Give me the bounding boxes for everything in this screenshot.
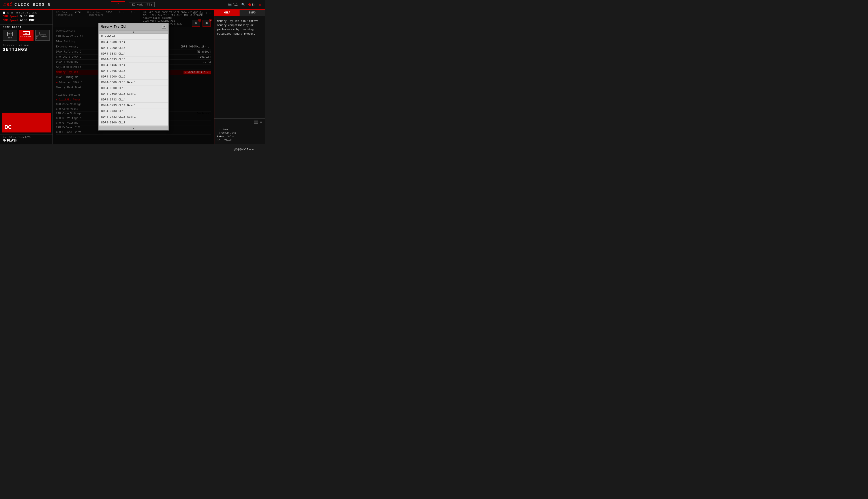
watermark: 知乎@Wallace bbox=[234, 147, 254, 151]
help-nav: ↑↓: Move —: Group Jump Enter: Select +/-… bbox=[214, 126, 265, 144]
modal-list[interactable]: Disabled DDR4-3200 CL14 DDR4-3200 CL15 D… bbox=[99, 34, 168, 126]
cpu-icon: CPU bbox=[7, 32, 13, 36]
cpu-speed-row: CPU Speed 3.60 GHz bbox=[3, 15, 50, 18]
list-item-4[interactable]: DDR4-3466 CL14 bbox=[99, 62, 168, 68]
msi-logo: msi bbox=[3, 2, 12, 8]
settings-title: SETTINGS bbox=[3, 47, 50, 52]
list-item-3[interactable]: DDR4-3333 CL15 bbox=[99, 57, 168, 62]
right-panel: HELP INFO Memory Try It! can improve mem… bbox=[214, 10, 265, 144]
list-item-6[interactable]: DDR4-3600 CL15 bbox=[99, 74, 168, 80]
settings-section: Motherboard settings SETTINGS bbox=[0, 42, 52, 111]
top-bar: msi CLICK BIOS 5 EZ Mode (F7) 📷 F12 🔍 En… bbox=[0, 0, 265, 10]
tab-info[interactable]: INFO bbox=[240, 10, 265, 16]
top-center: EZ Mode (F7) bbox=[111, 1, 168, 8]
scroll-up-button[interactable]: ▲ bbox=[99, 30, 168, 34]
oc-label: OC bbox=[4, 124, 12, 131]
search-button[interactable]: 🔍 bbox=[241, 3, 245, 7]
list-item-13[interactable]: DDR4-3733 CL16 Gear1 bbox=[99, 114, 168, 120]
nav-jump: —: Group Jump bbox=[217, 132, 262, 134]
bios-title: CLICK BIOS 5 bbox=[15, 2, 51, 7]
modal-overlay: Memory Try It! ✕ ▲ Disabled DDR4-3200 CL… bbox=[53, 10, 214, 144]
tab-help[interactable]: HELP bbox=[214, 10, 240, 16]
xmp1-boost-button[interactable]: ▦▦ XMP Profile 1 bbox=[19, 30, 34, 41]
ddr-speed-value: 4000 MHz bbox=[20, 19, 35, 22]
memory-icon: ▦▦ bbox=[23, 31, 30, 35]
nav-select: Enter: Select bbox=[217, 135, 262, 138]
list-item-disabled[interactable]: Disabled bbox=[99, 34, 168, 39]
cpu-speed-value: 3.60 GHz bbox=[20, 15, 35, 18]
logo-area: msi CLICK BIOS 5 bbox=[3, 2, 51, 8]
cpu-speed-label: CPU Speed bbox=[3, 15, 18, 18]
mflash-label: M-FLASH bbox=[3, 139, 50, 143]
game-boost-title: GAME BOOST bbox=[3, 26, 50, 28]
nav-value: +/-: Value bbox=[217, 139, 262, 141]
center-panel: CPU Core Temperature: 42°C Motherboard T… bbox=[53, 10, 214, 144]
list-item-1[interactable]: DDR4-3200 CL15 bbox=[99, 45, 168, 51]
settings-icon[interactable]: ≡ bbox=[260, 120, 262, 124]
settings-sub-title: Motherboard settings bbox=[3, 44, 50, 47]
help-content: Memory Try It! can improve memory compat… bbox=[214, 16, 265, 118]
left-panel: 🕐 08:25 Thu 16 Jun, 2022 CPU Speed 3.60 … bbox=[0, 10, 53, 144]
screenshot-button[interactable]: 📷 F12 bbox=[228, 3, 238, 7]
modal-close-button[interactable]: ✕ bbox=[162, 25, 166, 29]
clock-icon: 🕐 bbox=[3, 12, 5, 14]
cpu-boost-button[interactable]: CPU CPU bbox=[3, 30, 17, 41]
list-item-0[interactable]: DDR4-3200 CL14 bbox=[99, 39, 168, 45]
list-item-5[interactable]: DDR4-3466 CL16 bbox=[99, 68, 168, 74]
modal-title: Memory Try It! bbox=[101, 25, 127, 28]
list-item-8[interactable]: DDR4-3600 CL16 bbox=[99, 85, 168, 91]
modal-header: Memory Try It! ✕ bbox=[99, 23, 168, 30]
list-item-15-selected[interactable]: DDR4-3866 CL17 Gear1 bbox=[99, 126, 168, 126]
list-item-14[interactable]: DDR4-3800 CL17 bbox=[99, 120, 168, 126]
list-item-12[interactable]: DDR4-3733 CL16 bbox=[99, 108, 168, 114]
list-item-2[interactable]: DDR4-3333 CL14 bbox=[99, 51, 168, 57]
ez-mode-button[interactable]: EZ Mode (F7) bbox=[129, 2, 155, 7]
list-item-11[interactable]: DDR4-3733 CL14 Gear1 bbox=[99, 103, 168, 108]
camera-icon: 📷 bbox=[228, 3, 231, 7]
scroll-down-button[interactable]: ▼ bbox=[99, 126, 168, 130]
close-button[interactable]: ✕ bbox=[259, 2, 261, 7]
list-item-10[interactable]: DDR4-3733 CL14 bbox=[99, 97, 168, 103]
language-selector[interactable]: En bbox=[248, 3, 255, 7]
boost-buttons: CPU CPU ▦▦ XMP Profile 1 XMP Profile 2 bbox=[3, 30, 50, 41]
list-item-9[interactable]: DDR4-3600 CL16 Gear1 bbox=[99, 91, 168, 97]
oc-button[interactable]: OC bbox=[2, 113, 51, 133]
speed-info: 🕐 08:25 Thu 16 Jun, 2022 CPU Speed 3.60 … bbox=[0, 10, 52, 25]
main-content: 🕐 08:25 Thu 16 Jun, 2022 CPU Speed 3.60 … bbox=[0, 10, 265, 144]
game-boost-section: GAME BOOST CPU CPU ▦▦ XMP Profile 1 XMP … bbox=[0, 25, 52, 42]
xmp2-boost-button[interactable]: XMP Profile 2 bbox=[35, 30, 50, 41]
top-right: 📷 F12 🔍 En ✕ bbox=[228, 2, 261, 7]
list-item-7[interactable]: DDR4-3600 CL15 Gear1 bbox=[99, 80, 168, 85]
memory-try-modal: Memory Try It! ✕ ▲ Disabled DDR4-3200 CL… bbox=[98, 23, 169, 131]
mflash-section[interactable]: Use USB to flash BIOS M-FLASH bbox=[0, 134, 52, 144]
mflash-sub: Use USB to flash BIOS bbox=[3, 136, 50, 139]
ddr-speed-row: DDR Speed 4000 MHz bbox=[3, 19, 50, 22]
xmp2-icon bbox=[39, 32, 46, 35]
help-tabs: HELP INFO bbox=[214, 10, 265, 16]
lang-dot bbox=[248, 3, 251, 6]
ddr-speed-label: DDR Speed bbox=[3, 19, 18, 22]
nav-move: ↑↓: Move bbox=[217, 128, 262, 131]
search-icon: 🔍 bbox=[241, 3, 245, 7]
